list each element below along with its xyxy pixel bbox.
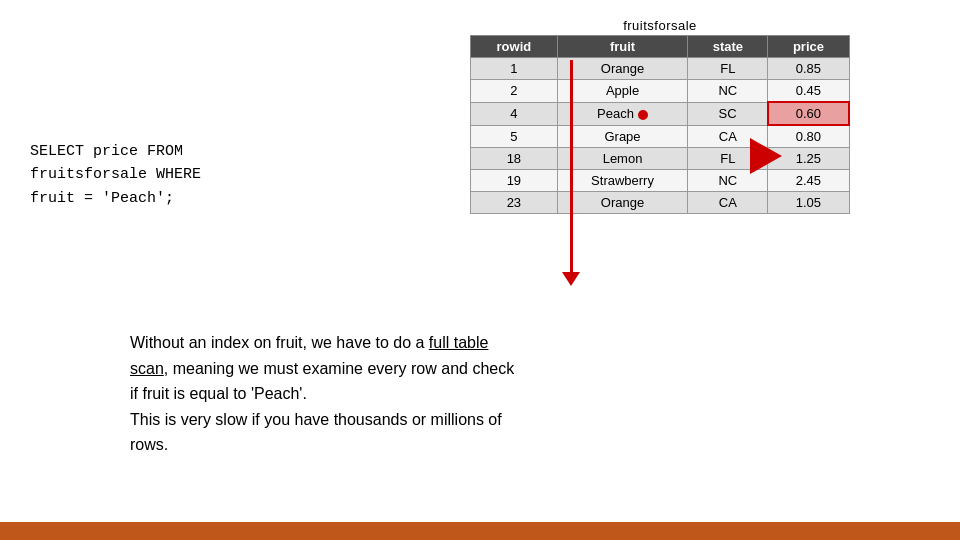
cell-price: 0.45	[768, 80, 849, 103]
table-row: 19StrawberryNC2.45	[471, 170, 850, 192]
cell-fruit: Lemon	[557, 148, 688, 170]
col-header-fruit: fruit	[557, 36, 688, 58]
cell-rowid: 19	[471, 170, 558, 192]
sql-line1: SELECT price FROM	[30, 140, 201, 163]
cell-state: FL	[688, 58, 768, 80]
table-row: 1OrangeFL0.85	[471, 58, 850, 80]
sql-block: SELECT price FROM fruitsforsale WHERE fr…	[30, 140, 201, 210]
cell-rowid: 1	[471, 58, 558, 80]
cell-fruit: Orange	[557, 58, 688, 80]
table-container: fruitsforsale rowid fruit state price 1O…	[400, 18, 920, 214]
desc-line2: if fruit is equal to 'Peach'.	[130, 385, 307, 402]
cell-rowid: 23	[471, 192, 558, 214]
cell-fruit: Peach	[557, 102, 688, 125]
cell-state: CA	[688, 192, 768, 214]
sql-line2: fruitsforsale WHERE	[30, 163, 201, 186]
cell-rowid: 5	[471, 125, 558, 148]
sql-line3: fruit = 'Peach';	[30, 187, 201, 210]
cell-state: NC	[688, 80, 768, 103]
table-row: 4PeachSC0.60	[471, 102, 850, 125]
vertical-arrow-tip	[562, 272, 580, 286]
description-block: Without an index on fruit, we have to do…	[130, 330, 830, 458]
cell-fruit: Orange	[557, 192, 688, 214]
data-table: rowid fruit state price 1OrangeFL0.852Ap…	[470, 35, 850, 214]
bottom-bar	[0, 522, 960, 540]
desc-line4: rows.	[130, 436, 168, 453]
table-title: fruitsforsale	[400, 18, 920, 33]
table-row: 2AppleNC0.45	[471, 80, 850, 103]
right-arrow-container	[750, 138, 782, 174]
cell-fruit: Apple	[557, 80, 688, 103]
right-arrow-icon	[750, 138, 782, 174]
desc-text4: , meaning we must examine every row and …	[164, 360, 514, 377]
red-dot-indicator	[638, 110, 648, 120]
desc-text1: Without an index on fruit, we have to do…	[130, 334, 429, 351]
cell-rowid: 4	[471, 102, 558, 125]
table-row: 5GrapeCA0.80	[471, 125, 850, 148]
col-header-rowid: rowid	[471, 36, 558, 58]
cell-state: SC	[688, 102, 768, 125]
cell-rowid: 2	[471, 80, 558, 103]
table-header-row: rowid fruit state price	[471, 36, 850, 58]
table-row: 18LemonFL1.25	[471, 148, 850, 170]
vertical-line	[570, 60, 573, 280]
col-header-state: state	[688, 36, 768, 58]
col-header-price: price	[768, 36, 849, 58]
cell-fruit: Strawberry	[557, 170, 688, 192]
desc-line3: This is very slow if you have thousands …	[130, 411, 502, 428]
cell-price: 1.05	[768, 192, 849, 214]
table-row: 23OrangeCA1.05	[471, 192, 850, 214]
cell-rowid: 18	[471, 148, 558, 170]
cell-price: 0.60	[768, 102, 849, 125]
cell-fruit: Grape	[557, 125, 688, 148]
desc-full-table: full table	[429, 334, 489, 351]
desc-scan: scan	[130, 360, 164, 377]
cell-price: 0.85	[768, 58, 849, 80]
